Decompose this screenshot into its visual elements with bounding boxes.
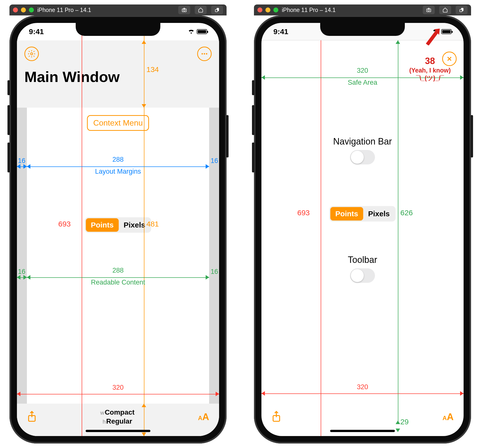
unit-segmented-control[interactable]: Points Pixels <box>85 217 151 233</box>
dim-screen-width: 320 <box>261 383 464 391</box>
battery-icon <box>197 29 207 34</box>
page-title: Main Window <box>24 68 212 85</box>
svg-point-4 <box>31 53 33 55</box>
svg-point-1 <box>183 9 185 11</box>
annotation-value: 38 <box>401 55 459 67</box>
guide-layout-margins: 288 Layout Margins <box>27 164 209 169</box>
dim-readable-width: 288 <box>27 267 209 274</box>
segment-pixels[interactable]: Pixels <box>363 207 395 221</box>
text-size-button[interactable]: AA <box>442 412 454 422</box>
dim-layout-margin-right: 16 <box>211 157 218 165</box>
segment-points[interactable]: Points <box>86 218 119 232</box>
notch <box>76 23 160 36</box>
annotation-arrow: 38 (Yeah, I know) ¯\_(ツ)_/¯ <box>401 43 459 82</box>
svg-rect-3 <box>215 9 218 12</box>
power-button[interactable] <box>226 115 229 157</box>
home-button[interactable] <box>439 6 451 14</box>
arrow-nav-height <box>141 40 146 108</box>
mute-switch[interactable] <box>7 80 10 95</box>
rotate-button[interactable] <box>456 6 468 14</box>
context-menu-button[interactable]: Context Menu <box>87 115 149 131</box>
wifi-icon <box>188 28 195 36</box>
gutter-left <box>17 108 27 404</box>
svg-rect-12 <box>460 9 462 12</box>
battery-icon <box>441 29 452 34</box>
gutter-right <box>209 108 219 404</box>
window-title: iPhone 11 Pro – 14.1 <box>282 7 336 13</box>
notch <box>320 23 405 36</box>
close-window-button[interactable] <box>13 7 18 12</box>
phone-screen: 9:41 <box>17 23 219 436</box>
power-button[interactable] <box>471 115 473 157</box>
close-window-button[interactable] <box>257 7 262 12</box>
traffic-lights <box>13 7 34 12</box>
share-button[interactable] <box>271 411 281 423</box>
svg-point-7 <box>206 53 207 55</box>
arrow-readable-right <box>17 275 27 280</box>
volume-up-button[interactable] <box>7 105 10 135</box>
segment-pixels[interactable]: Pixels <box>119 218 150 232</box>
screenshot-button[interactable] <box>423 6 435 14</box>
annotation-shrug: ¯\_(ツ)_/¯ <box>401 74 459 82</box>
guide-readable-content: 288 Readable Content <box>27 275 209 280</box>
guide-vertical-red <box>82 23 82 436</box>
switch-toolbar[interactable] <box>350 268 375 283</box>
navigation-bar: Main Window <box>17 40 219 108</box>
svg-point-5 <box>202 53 203 55</box>
arrow-safe-area-top <box>395 40 400 48</box>
label-readable-content: Readable Content <box>27 279 209 286</box>
volume-down-button[interactable] <box>7 143 10 172</box>
simulator-window-left: iPhone 11 Pro – 14.1 9:41 <box>9 4 227 444</box>
zoom-window-button[interactable] <box>273 7 278 12</box>
titlebar: iPhone 11 Pro – 14.1 <box>254 4 471 15</box>
home-indicator[interactable] <box>86 430 150 432</box>
guide-screen-width: 320 <box>17 391 219 397</box>
status-time: 9:41 <box>273 27 288 36</box>
unit-segmented-control[interactable]: Points Pixels <box>329 206 396 222</box>
svg-point-6 <box>204 53 205 55</box>
dim-height-red: 693 <box>297 209 310 217</box>
rotate-button[interactable] <box>211 6 223 14</box>
arrow-margin-right <box>17 164 27 169</box>
label-navigation-bar: Navigation Bar <box>261 136 464 147</box>
home-button[interactable] <box>195 6 207 14</box>
arrow-bottom-inset <box>395 421 400 432</box>
dim-layout-margins-width: 288 <box>27 156 209 163</box>
simulator-window-right: iPhone 11 Pro – 14.1 9:41 <box>254 4 471 444</box>
mute-switch[interactable] <box>252 80 254 95</box>
volume-down-button[interactable] <box>252 143 254 172</box>
settings-button[interactable] <box>24 47 39 61</box>
text-size-button[interactable]: AA <box>198 412 209 422</box>
label-layout-margins: Layout Margins <box>27 168 209 175</box>
phone-screen: 9:41 38 (Yeah, I know) <box>261 23 464 436</box>
window-title: iPhone 11 Pro – 14.1 <box>37 7 91 13</box>
dim-readable-right: 16 <box>211 268 218 276</box>
segment-points[interactable]: Points <box>330 207 363 221</box>
dim-nav-height: 134 <box>146 65 159 74</box>
titlebar: iPhone 11 Pro – 14.1 <box>9 4 227 15</box>
home-indicator[interactable] <box>330 430 395 432</box>
content-area: Context Menu 288 Layout Margins 16 16 Po… <box>17 108 219 404</box>
zoom-window-button[interactable] <box>29 7 34 12</box>
more-button[interactable] <box>197 47 212 61</box>
switch-navigation-bar[interactable] <box>350 150 375 164</box>
dim-height-red: 693 <box>58 220 71 228</box>
volume-up-button[interactable] <box>252 105 254 135</box>
screenshot-button[interactable] <box>178 6 190 14</box>
dim-height-orange: 481 <box>146 220 159 228</box>
guide-vertical-green <box>398 40 398 424</box>
status-time: 9:41 <box>29 27 44 36</box>
phone-frame: 9:41 <box>9 15 227 444</box>
guide-screen-width: 320 <box>261 391 464 396</box>
share-button[interactable] <box>27 411 37 423</box>
label-toolbar: Toolbar <box>261 255 464 265</box>
minimize-window-button[interactable] <box>265 7 270 12</box>
dim-screen-width: 320 <box>17 384 219 391</box>
annotation-joke: (Yeah, I know) <box>401 67 459 74</box>
dim-height-green: 626 <box>400 209 413 217</box>
phone-frame: 9:41 38 (Yeah, I know) <box>254 15 471 444</box>
traffic-lights <box>257 7 278 12</box>
size-classes: wCompact hRegular <box>100 408 135 426</box>
minimize-window-button[interactable] <box>21 7 26 12</box>
svg-point-10 <box>428 9 429 11</box>
